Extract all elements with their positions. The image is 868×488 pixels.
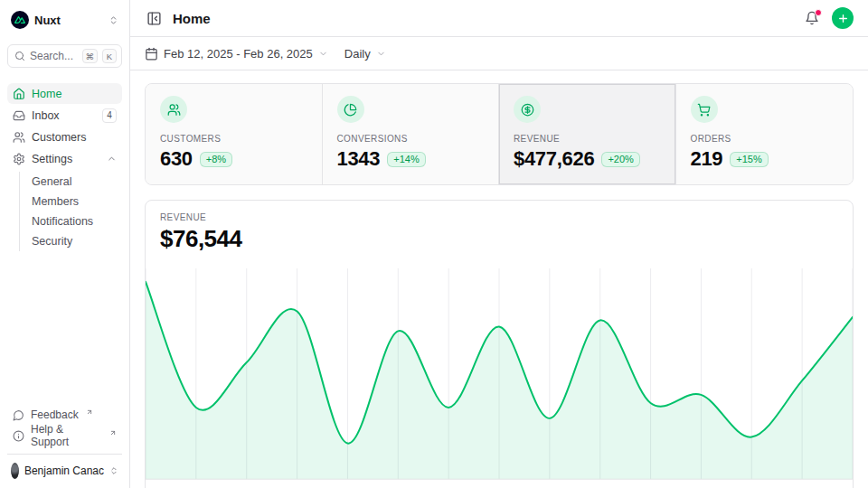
message-circle-icon: [13, 409, 24, 421]
stat-value: 1343: [337, 147, 381, 171]
stat-label: CONVERSIONS: [337, 134, 485, 144]
chevrons-up-down-icon: [108, 15, 118, 25]
help-support-label: Help & Support: [31, 423, 102, 448]
period-select[interactable]: Daily: [344, 47, 386, 61]
stat-label: CUSTOMERS: [160, 134, 307, 144]
chart-header: REVENUE $76,544: [146, 212, 853, 253]
stat-card-conversions[interactable]: CONVERSIONS 1343 +14%: [323, 84, 500, 184]
team-switcher[interactable]: Nuxt: [7, 9, 122, 31]
chevron-up-icon: [107, 154, 117, 164]
stat-value: 219: [691, 147, 723, 171]
team-name: Nuxt: [34, 14, 61, 27]
stat-change-badge: +20%: [601, 152, 639, 167]
main-panel: Home Feb 12, 2025 - Feb 26, 2025: [130, 0, 868, 488]
chevron-down-icon: [376, 49, 386, 59]
stat-change-badge: +14%: [387, 152, 425, 167]
page-title: Home: [173, 11, 211, 26]
sidebar-footer: Feedback Help & Support: [7, 405, 122, 446]
add-button[interactable]: [832, 7, 854, 29]
stats-row: CUSTOMERS 630 +8% CONVERSIONS 1343 +14%: [145, 83, 854, 185]
chart-title: REVENUE: [160, 212, 838, 222]
page-header: Home: [130, 0, 868, 37]
sidebar-spacer: [7, 253, 122, 405]
stat-change-badge: +8%: [200, 152, 232, 167]
date-range-value: Feb 12, 2025 - Feb 26, 2025: [164, 47, 313, 61]
user-menu[interactable]: Benjamin Canac: [7, 454, 122, 479]
feedback-link[interactable]: Feedback: [7, 405, 122, 425]
chevron-down-icon: [318, 49, 328, 59]
sidebar-item-label: Customers: [32, 131, 86, 144]
stat-label: REVENUE: [514, 134, 661, 144]
sidebar: Nuxt Search... ⌘ K Home Inbox 4: [0, 0, 130, 488]
settings-submenu: General Members Notifications Security: [19, 172, 122, 251]
sidebar-item-label: Inbox: [32, 109, 60, 122]
filters-toolbar: Feb 12, 2025 - Feb 26, 2025 Daily: [130, 37, 868, 70]
sidebar-item-security[interactable]: Security: [32, 231, 122, 251]
panel-left-close-icon: [146, 11, 162, 26]
sidebar-item-general[interactable]: General: [32, 172, 122, 192]
header-actions: [803, 7, 854, 29]
stat-value: $477,626: [514, 147, 594, 171]
date-range-picker[interactable]: Feb 12, 2025 - Feb 26, 2025: [145, 47, 328, 61]
sidebar-item-notifications[interactable]: Notifications: [32, 211, 122, 231]
stat-card-revenue[interactable]: REVENUE $477,626 +20%: [499, 84, 676, 184]
gear-icon: [13, 153, 25, 165]
sidebar-item-inbox[interactable]: Inbox 4: [7, 105, 122, 126]
calendar-icon: [145, 47, 158, 61]
sidebar-item-label: Settings: [32, 153, 72, 165]
revenue-chart-card: REVENUE $76,544 14 Feb16 Feb18 Feb20 Feb…: [145, 200, 854, 488]
kbd-cmd: ⌘: [82, 49, 99, 63]
avatar: [11, 463, 19, 479]
kbd-k: K: [102, 49, 117, 63]
search-input[interactable]: Search... ⌘ K: [7, 44, 122, 68]
chart-current-value: $76,544: [160, 225, 838, 253]
inbox-count-badge: 4: [102, 108, 117, 123]
users-icon: [13, 131, 25, 144]
external-link-icon: [86, 408, 93, 416]
sidebar-item-home[interactable]: Home: [7, 83, 122, 104]
info-circle-icon: [13, 430, 24, 442]
sidebar-item-label: Home: [32, 88, 61, 100]
stat-card-customers[interactable]: CUSTOMERS 630 +8%: [146, 84, 323, 184]
revenue-area-chart[interactable]: 14 Feb16 Feb18 Feb20 Feb22 Feb24 Feb: [146, 268, 853, 488]
search-placeholder: Search...: [30, 50, 78, 62]
notification-dot: [815, 9, 822, 16]
plus-icon: [837, 13, 849, 24]
sidebar-item-settings[interactable]: Settings: [7, 148, 122, 169]
users-icon: [160, 96, 187, 123]
inbox-icon: [13, 109, 25, 122]
chevrons-up-down-icon: [109, 466, 118, 475]
user-name: Benjamin Canac: [24, 465, 104, 477]
nuxt-logo-icon: [11, 11, 29, 29]
sidebar-item-customers[interactable]: Customers: [7, 127, 122, 147]
chart-plot-area[interactable]: 14 Feb16 Feb18 Feb20 Feb22 Feb24 Feb: [146, 268, 853, 488]
dashboard-content: CUSTOMERS 630 +8% CONVERSIONS 1343 +14%: [130, 70, 868, 488]
stat-card-orders[interactable]: ORDERS 219 +15%: [676, 84, 854, 184]
external-link-icon: [109, 429, 117, 436]
search-icon: [14, 51, 25, 61]
home-icon: [13, 88, 25, 100]
notifications-button[interactable]: [803, 9, 821, 27]
collapse-sidebar-button[interactable]: [145, 9, 164, 28]
cart-icon: [691, 96, 718, 123]
period-value: Daily: [344, 47, 371, 61]
stat-value: 630: [160, 147, 193, 171]
stat-change-badge: +15%: [730, 152, 768, 167]
stat-label: ORDERS: [691, 134, 839, 144]
sidebar-item-members[interactable]: Members: [32, 192, 122, 211]
pie-chart-icon: [337, 96, 364, 123]
feedback-label: Feedback: [31, 408, 79, 421]
dollar-circle-icon: [514, 96, 541, 123]
sidebar-nav: Home Inbox 4 Customers Settings Genera: [7, 83, 122, 253]
help-support-link[interactable]: Help & Support: [7, 426, 122, 446]
